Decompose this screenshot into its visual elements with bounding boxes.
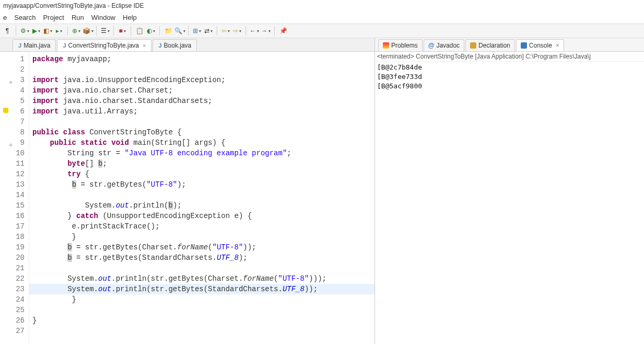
- menu-item-project[interactable]: Project: [43, 14, 64, 21]
- tab-declaration[interactable]: Declaration: [465, 39, 515, 51]
- separator: [67, 26, 68, 36]
- editor-tab-label: ConvertStringToByte.java: [68, 42, 139, 49]
- menu-item-run[interactable]: Run: [72, 14, 84, 21]
- line-gutter: 123⊖456789⊖10111213141516171819202122232…: [0, 52, 29, 344]
- coverage-icon[interactable]: ◧: [43, 27, 52, 35]
- pin-editor-icon[interactable]: 📌: [279, 27, 287, 35]
- javadoc-icon: @: [428, 42, 435, 49]
- java-file-icon: J: [158, 42, 161, 49]
- declaration-icon: [470, 42, 476, 49]
- separator: [217, 26, 217, 36]
- menu-item[interactable]: e: [3, 14, 7, 21]
- separator: [245, 26, 246, 36]
- editor-tabs: J Main.java J ConvertStringToByte.java ×…: [0, 38, 374, 52]
- window-title: myjavaapp/ConvertStringToByte.java - Ecl…: [0, 0, 644, 12]
- menu-item-search[interactable]: Search: [14, 14, 36, 21]
- tab-label: Javadoc: [436, 42, 460, 49]
- editor-tab-label: Main.java: [24, 42, 50, 49]
- console-output[interactable]: [B@2c7b84de [B@3fee733d [B@5acf9800: [375, 62, 644, 92]
- tab-label: Declaration: [478, 42, 510, 49]
- editor-tab-convert[interactable]: J ConvertStringToByte.java ×: [57, 39, 151, 51]
- toolbar: ¶ ⚙ ▶ ◧ ▸ ⊕ 📦 ☰ ■ 📋 ◐ 📁 🔍 ⊞ ⇄ ⇦ ⇨ ← → 📌: [0, 24, 644, 38]
- new-java-icon[interactable]: ⊕: [72, 27, 80, 35]
- separator: [159, 26, 160, 36]
- console-status: <terminated> ConvertStringToByte [Java A…: [375, 52, 644, 62]
- separator: [16, 26, 16, 36]
- block-select-icon[interactable]: ⊞: [193, 27, 201, 35]
- toggle-icon[interactable]: ⇄: [204, 27, 213, 35]
- close-icon[interactable]: ×: [143, 42, 146, 49]
- tab-javadoc[interactable]: @ Javadoc: [424, 39, 464, 51]
- java-file-icon: J: [63, 42, 66, 49]
- show-whitespace-icon[interactable]: ¶: [3, 27, 11, 35]
- forward-nav-icon[interactable]: ⇨: [233, 27, 241, 35]
- debug-icon[interactable]: ⚙: [20, 27, 29, 35]
- tab-problems[interactable]: Problems: [378, 39, 423, 51]
- menu-bar: e Search Project Run Window Help: [0, 12, 644, 24]
- tab-label: Problems: [391, 42, 418, 49]
- right-panel: Problems @ Javadoc Declaration Console ×…: [375, 38, 644, 344]
- console-line: [B@2c7b84de: [377, 63, 642, 72]
- editor-tab-main[interactable]: J Main.java: [13, 39, 56, 51]
- code-lines[interactable]: package myjavaapp;import java.io.Unsuppo…: [29, 52, 374, 344]
- back-nav-icon[interactable]: ⇦: [221, 27, 230, 35]
- right-tabs: Problems @ Javadoc Declaration Console ×: [375, 38, 644, 52]
- open-type-icon[interactable]: ☰: [101, 27, 109, 35]
- separator: [131, 26, 131, 36]
- console-line: [B@3fee733d: [377, 72, 642, 82]
- new-package-icon[interactable]: 📦: [84, 27, 92, 35]
- toggle-mark-icon[interactable]: ■: [118, 27, 126, 35]
- run-last-icon[interactable]: ▸: [55, 27, 63, 35]
- code-editor[interactable]: 123⊖456789⊖10111213141516171819202122232…: [0, 52, 374, 344]
- folder-icon[interactable]: 📁: [164, 27, 172, 35]
- forward-icon[interactable]: →: [262, 27, 270, 35]
- separator: [113, 26, 114, 36]
- circle-icon[interactable]: ◐: [147, 27, 155, 35]
- menu-item-window[interactable]: Window: [91, 14, 115, 21]
- separator: [96, 26, 97, 36]
- tab-console[interactable]: Console ×: [516, 39, 564, 51]
- console-icon: [521, 42, 527, 49]
- editor-tab-label: Book.java: [164, 42, 192, 49]
- java-file-icon: J: [18, 42, 21, 49]
- close-icon[interactable]: ×: [556, 42, 559, 49]
- editor-tab-book[interactable]: J Book.java: [153, 39, 197, 51]
- back-icon[interactable]: ←: [250, 27, 259, 35]
- problems-icon: [383, 42, 389, 49]
- search-icon[interactable]: 🔍: [175, 27, 184, 35]
- menu-item-help[interactable]: Help: [123, 14, 137, 21]
- tab-label: Console: [529, 42, 552, 49]
- main-area: J Main.java J ConvertStringToByte.java ×…: [0, 38, 644, 344]
- run-icon[interactable]: ▶: [32, 27, 40, 35]
- editor-panel: J Main.java J ConvertStringToByte.java ×…: [0, 38, 375, 344]
- separator: [188, 26, 189, 36]
- open-task-icon[interactable]: 📋: [135, 27, 144, 35]
- separator: [274, 26, 275, 36]
- console-line: [B@5acf9800: [377, 82, 642, 91]
